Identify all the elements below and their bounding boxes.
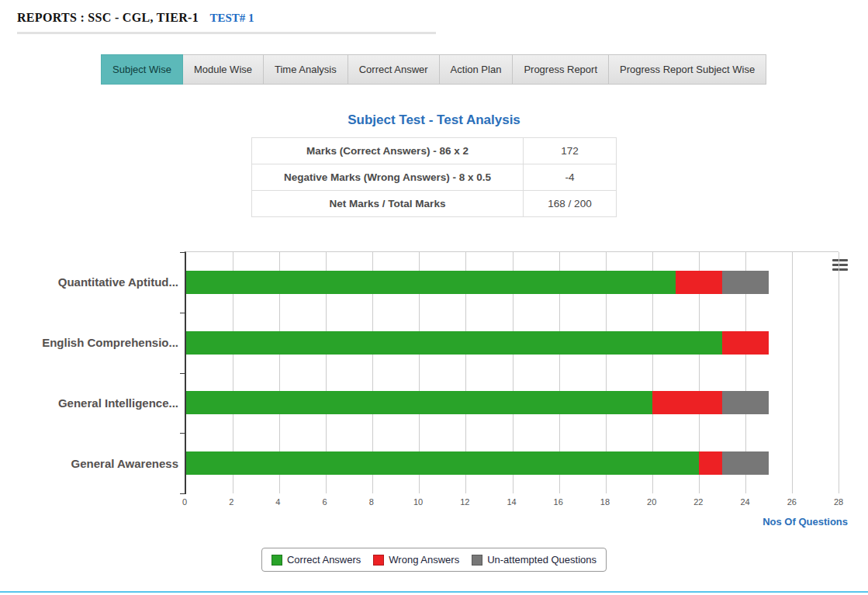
x-tick-label: 18 — [600, 497, 610, 507]
x-tick-label: 0 — [182, 497, 187, 507]
subject-bar-chart: Quantitative Aptitud...English Comprehen… — [0, 251, 868, 572]
legend-label: Wrong Answers — [389, 554, 459, 566]
bar-segment[interactable] — [676, 271, 722, 294]
marks-negative-value: -4 — [524, 164, 617, 191]
x-tick-label: 12 — [460, 497, 469, 507]
marks-negative-label: Negative Marks (Wrong Answers) - 8 x 0.5 — [252, 164, 524, 191]
bar-segment[interactable] — [186, 331, 722, 355]
table-row: Negative Marks (Wrong Answers) - 8 x 0.5… — [252, 164, 617, 191]
tab-action-plan[interactable]: Action Plan — [440, 54, 514, 85]
category-label: General Intelligence... — [0, 372, 185, 433]
bar-segment[interactable] — [186, 271, 676, 294]
category-label: Quantitative Aptitud... — [0, 251, 185, 312]
test-number-link[interactable]: TEST# 1 — [209, 12, 254, 24]
tab-progress-report[interactable]: Progress Report — [513, 54, 609, 85]
y-tick — [180, 313, 186, 313]
stacked-bar — [186, 331, 839, 355]
chart-body: Quantitative Aptitud...English Comprehen… — [0, 251, 868, 528]
x-tick-label: 4 — [275, 497, 280, 507]
legend-swatch — [271, 555, 282, 566]
bar-segment[interactable] — [699, 451, 722, 475]
analysis-title: Subject Test - Test Analysis — [0, 112, 868, 128]
y-tick — [180, 433, 186, 434]
chart-legend: Correct AnswersWrong AnswersUn-attempted… — [261, 548, 607, 572]
category-label: General Awareness — [0, 433, 185, 493]
legend-swatch — [472, 555, 482, 566]
bar-row — [186, 433, 839, 493]
footer-divider — [0, 591, 868, 593]
x-tick-label: 10 — [413, 497, 423, 507]
report-tabs: Subject Wise Module Wise Time Analysis C… — [101, 54, 868, 85]
y-tick — [180, 493, 186, 494]
header-divider — [17, 32, 436, 34]
marks-table: Marks (Correct Answers) - 86 x 2 172 Neg… — [251, 137, 617, 217]
legend-item: Wrong Answers — [373, 554, 459, 566]
marks-net-label: Net Marks / Total Marks — [252, 191, 524, 217]
x-tick-label: 2 — [229, 497, 233, 507]
gridline — [839, 252, 839, 493]
marks-net-value: 168 / 200 — [524, 191, 617, 217]
stacked-bar — [186, 271, 839, 294]
bar-row — [186, 373, 839, 434]
table-row: Marks (Correct Answers) - 86 x 2 172 — [252, 138, 617, 164]
tab-progress-report-subject-wise[interactable]: Progress Report Subject Wise — [609, 54, 766, 85]
bar-segment[interactable] — [652, 391, 722, 414]
bar-row — [186, 252, 839, 313]
legend-label: Correct Answers — [287, 554, 361, 566]
x-tick-label: 14 — [507, 497, 516, 507]
bar-segment[interactable] — [722, 271, 769, 294]
bar-segment[interactable] — [722, 331, 769, 355]
bar-segment[interactable] — [722, 391, 769, 414]
category-label: English Comprehensio... — [0, 312, 185, 372]
x-tick-label: 26 — [787, 497, 797, 507]
x-tick-label: 28 — [834, 497, 843, 507]
bar-segment[interactable] — [186, 391, 652, 414]
legend-label: Un-attempted Questions — [487, 554, 597, 566]
stacked-bar — [186, 451, 839, 475]
stacked-bar — [186, 391, 839, 414]
legend-item: Un-attempted Questions — [472, 554, 597, 566]
bar-row — [186, 313, 839, 373]
x-tick-label: 16 — [554, 497, 563, 507]
report-title: REPORTS : SSC - CGL, TIER-1 — [17, 11, 199, 24]
tab-subject-wise[interactable]: Subject Wise — [101, 54, 183, 85]
x-tick-label: 22 — [693, 497, 703, 507]
x-axis-ticks: 0246810121416182022242628 — [185, 497, 839, 510]
marks-correct-value: 172 — [524, 138, 617, 164]
tab-correct-answer[interactable]: Correct Answer — [348, 54, 440, 85]
x-tick-label: 6 — [323, 497, 327, 507]
y-tick — [180, 373, 186, 374]
tab-module-wise[interactable]: Module Wise — [183, 54, 264, 85]
y-axis-labels: Quantitative Aptitud...English Comprehen… — [0, 251, 185, 493]
legend-swatch — [373, 555, 384, 566]
page-header: REPORTS : SSC - CGL, TIER-1 TEST# 1 — [0, 0, 868, 25]
marks-correct-label: Marks (Correct Answers) - 86 x 2 — [252, 138, 524, 164]
plot-wrap: 0246810121416182022242628 Nos Of Questio… — [185, 251, 868, 528]
tab-time-analysis[interactable]: Time Analysis — [264, 54, 348, 85]
bar-segment[interactable] — [722, 451, 769, 475]
x-tick-label: 8 — [369, 497, 374, 507]
x-tick-label: 20 — [647, 497, 656, 507]
bar-segment[interactable] — [186, 451, 699, 475]
x-tick-label: 24 — [740, 497, 749, 507]
x-axis-title: Nos Of Questions — [185, 516, 848, 528]
y-tick — [180, 252, 186, 253]
plot-area — [185, 251, 839, 493]
table-row: Net Marks / Total Marks 168 / 200 — [252, 191, 617, 217]
legend-item: Correct Answers — [271, 554, 361, 566]
